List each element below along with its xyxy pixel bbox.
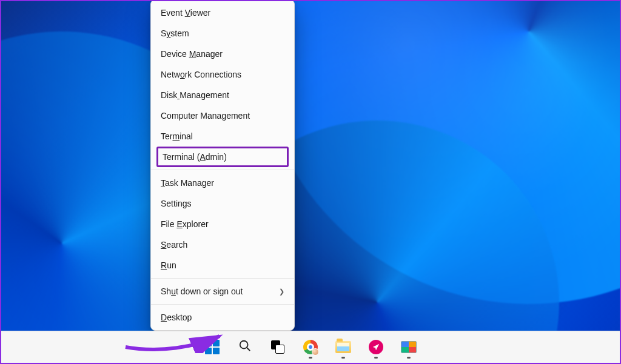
menu-item-label: Desktop	[161, 313, 192, 322]
menu-item-desktop[interactable]: Desktop	[151, 307, 294, 328]
menu-item-terminal-admin[interactable]: Terminal (Admin)	[163, 152, 283, 162]
menu-separator	[151, 170, 294, 170]
file-explorer-app[interactable]	[331, 335, 355, 359]
running-indicator	[309, 357, 312, 359]
menu-item-label: Run	[161, 260, 176, 270]
menu-item-label: Device Manager	[161, 49, 223, 59]
menu-item-label: Task Manager	[161, 178, 214, 188]
start-icon	[205, 340, 220, 354]
menu-item-label: Shut down or sign out	[161, 286, 243, 296]
svg-line-1	[247, 348, 250, 351]
taskbar	[1, 331, 620, 363]
menu-separator	[151, 278, 294, 279]
chrome-icon	[303, 340, 318, 354]
menu-item-label: System	[161, 28, 189, 38]
menu-item-system[interactable]: System	[151, 23, 294, 44]
task-icon	[271, 340, 284, 354]
menu-item-terminal[interactable]: Terminal	[151, 126, 294, 147]
menu-item-label: Computer Management	[161, 111, 250, 121]
menu-item-search[interactable]: Search	[151, 234, 294, 255]
menu-item-label: Terminal (Admin)	[163, 152, 227, 162]
running-indicator	[407, 357, 411, 359]
search-icon	[238, 339, 252, 355]
menu-item-label: Terminal	[161, 131, 193, 141]
control-panel-app[interactable]	[397, 335, 421, 359]
menu-item-label: Search	[161, 240, 187, 250]
menu-item-run[interactable]: Run	[151, 255, 294, 276]
menu-separator	[151, 304, 294, 305]
ctrl-icon	[401, 341, 417, 353]
menu-item-label: Settings	[161, 199, 192, 208]
menu-item-label: Event Viewer	[161, 8, 210, 18]
menu-item-disk-management[interactable]: Disk Management	[151, 85, 294, 105]
desktop-wallpaper	[1, 1, 620, 363]
chevron-right-icon: ❯	[279, 288, 284, 296]
round-icon	[369, 340, 383, 354]
menu-item-shut-down-or-sign-out[interactable]: Shut down or sign out❯	[151, 281, 294, 302]
folder-icon	[335, 341, 351, 353]
running-indicator	[374, 357, 378, 359]
search-button[interactable]	[233, 335, 257, 359]
running-indicator	[341, 357, 345, 359]
chrome-app[interactable]	[298, 335, 323, 359]
menu-item-task-manager[interactable]: Task Manager	[151, 173, 294, 193]
menu-item-label: Disk Management	[161, 90, 229, 100]
task-view-button[interactable]	[266, 335, 290, 359]
svg-point-0	[240, 341, 248, 349]
menu-item-label: File Explorer	[161, 219, 209, 229]
round-app[interactable]	[364, 335, 388, 359]
menu-item-label: Network Connections	[161, 70, 241, 79]
menu-item-network-connections[interactable]: Network Connections	[151, 64, 294, 85]
menu-item-file-explorer[interactable]: File Explorer	[151, 214, 294, 234]
menu-item-device-manager[interactable]: Device Manager	[151, 44, 294, 64]
start-button[interactable]	[200, 335, 224, 359]
annotation-highlight-box: Terminal (Admin)	[156, 147, 289, 167]
menu-item-computer-management[interactable]: Computer Management	[151, 105, 294, 126]
menu-item-settings[interactable]: Settings	[151, 193, 294, 214]
winx-context-menu: Event ViewerSystemDevice ManagerNetwork …	[150, 0, 295, 331]
menu-item-event-viewer[interactable]: Event Viewer	[151, 2, 294, 23]
